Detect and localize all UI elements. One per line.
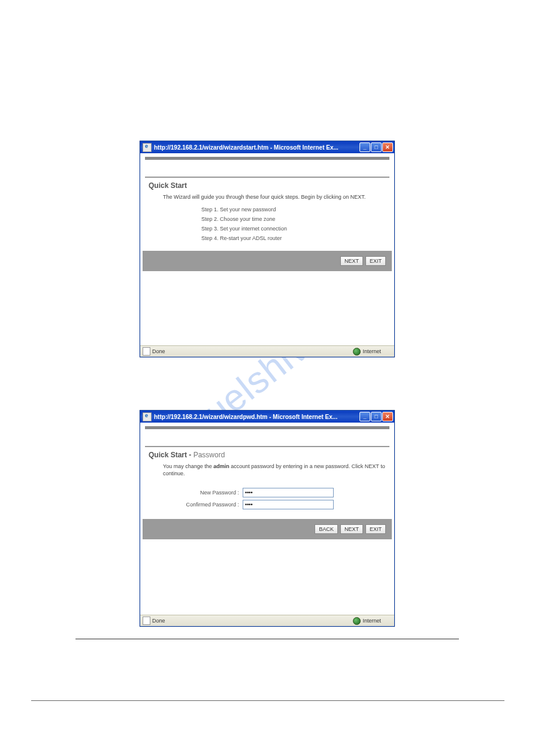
- page-footer-rule: [31, 700, 504, 701]
- exit-button[interactable]: EXIT: [365, 256, 386, 266]
- status-text: Done: [152, 348, 165, 354]
- confirm-password-input[interactable]: [243, 500, 334, 509]
- next-button[interactable]: NEXT: [340, 256, 363, 266]
- window-title: http://192.168.2.1/wizard/wizardstart.ht…: [154, 144, 359, 151]
- maximize-button[interactable]: □: [371, 142, 382, 152]
- step-item: Step 2. Choose your time zone: [201, 216, 389, 222]
- page-icon: [143, 347, 150, 356]
- section-divider: [145, 446, 389, 447]
- zone-text: Internet: [362, 348, 381, 354]
- ie-icon: [143, 412, 152, 421]
- globe-icon: [353, 348, 361, 356]
- step-list: Step 1. Set your new password Step 2. Ch…: [201, 207, 389, 241]
- maximize-button[interactable]: □: [371, 412, 382, 421]
- step-item: Step 3. Set your internet connection: [201, 226, 389, 232]
- status-left: Done: [143, 347, 353, 356]
- browser-window-quickstart: http://192.168.2.1/wizard/wizardstart.ht…: [140, 141, 395, 357]
- window-controls: _ □ ✕: [359, 142, 393, 152]
- status-zone: Internet: [353, 617, 392, 625]
- next-button[interactable]: NEXT: [340, 524, 363, 534]
- exit-button[interactable]: EXIT: [365, 524, 386, 534]
- new-password-label: New Password :: [145, 490, 243, 496]
- header-bar: [145, 157, 389, 160]
- document-rule: [75, 639, 459, 639]
- section-heading: Quick Start: [149, 181, 389, 190]
- form-row-new-password: New Password :: [145, 488, 389, 497]
- page-content: Quick Start The Wizard will guide you th…: [140, 153, 394, 345]
- form-row-confirm-password: Confirmed Password :: [145, 500, 389, 509]
- status-left: Done: [143, 617, 353, 625]
- minimize-button[interactable]: _: [359, 412, 370, 421]
- ie-icon: [143, 143, 152, 152]
- browser-window-password: http://192.168.2.1/wizard/wizardpwd.htm …: [140, 410, 395, 627]
- close-button[interactable]: ✕: [382, 412, 393, 421]
- window-titlebar[interactable]: http://192.168.2.1/wizard/wizardstart.ht…: [140, 141, 394, 153]
- status-bar: Done Internet: [140, 615, 394, 626]
- minimize-button[interactable]: _: [359, 142, 370, 152]
- window-title: http://192.168.2.1/wizard/wizardpwd.htm …: [154, 414, 359, 420]
- step-item: Step 1. Set your new password: [201, 207, 389, 212]
- back-button[interactable]: BACK: [315, 524, 338, 534]
- button-bar: BACK NEXT EXIT: [143, 519, 392, 539]
- intro-text: The Wizard will guide you through these …: [163, 193, 389, 201]
- window-titlebar[interactable]: http://192.168.2.1/wizard/wizardpwd.htm …: [140, 411, 394, 423]
- status-bar: Done Internet: [140, 345, 394, 357]
- globe-icon: [353, 617, 361, 625]
- page-icon: [143, 617, 150, 625]
- header-bar: [145, 426, 389, 429]
- confirm-password-label: Confirmed Password :: [145, 502, 243, 508]
- new-password-input[interactable]: [243, 488, 334, 497]
- status-text: Done: [152, 618, 165, 624]
- step-item: Step 4. Re-start your ADSL router: [201, 235, 389, 241]
- section-divider: [145, 177, 389, 178]
- document-page: http://192.168.2.1/wizard/wizardstart.ht…: [75, 24, 459, 639]
- intro-text: You may change the admin account passwor…: [163, 463, 389, 477]
- page-content: Quick Start - Password You may change th…: [140, 423, 394, 615]
- section-heading: Quick Start - Password: [149, 451, 389, 459]
- status-zone: Internet: [353, 348, 392, 356]
- close-button[interactable]: ✕: [382, 142, 393, 152]
- button-bar: NEXT EXIT: [143, 251, 392, 271]
- zone-text: Internet: [362, 618, 381, 624]
- window-controls: _ □ ✕: [359, 412, 393, 421]
